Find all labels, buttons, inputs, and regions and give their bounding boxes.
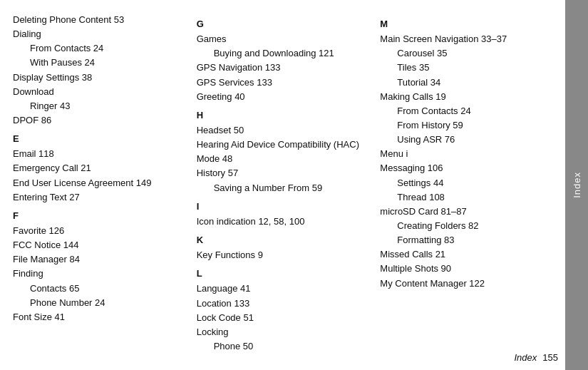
- sub-entry-text: Formatting 83: [380, 233, 552, 247]
- entry-main-text: DPOF 86: [13, 113, 185, 128]
- main-content: Deleting Phone Content 53DialingFrom Con…: [0, 0, 565, 370]
- section-letter-e: E: [13, 132, 185, 146]
- index-entry: Language 41: [197, 282, 369, 296]
- entry-main-text: microSD Card 81–87: [380, 205, 552, 219]
- entry-main-text: Multiple Shots 90: [380, 262, 552, 276]
- index-entry: GamesBuying and Downloading 121: [197, 32, 369, 61]
- entry-main-text: Menu i: [380, 147, 552, 161]
- sidebar-label: Index: [572, 172, 582, 198]
- section-letter-l: L: [197, 267, 369, 281]
- sub-entry-text: Contacts 65: [13, 282, 185, 296]
- index-entry: Location 133: [197, 297, 369, 311]
- index-entry: Display Settings 38: [13, 71, 185, 85]
- entry-main-text: Download: [13, 85, 185, 99]
- sub-entry-text: Using ASR 76: [380, 133, 552, 147]
- index-entry: Icon indication 12, 58, 100: [197, 215, 369, 229]
- entry-main-text: Email 118: [13, 147, 185, 161]
- entry-main-text: Headset 50: [197, 123, 369, 138]
- entry-main-text: My Content Manager 122: [380, 277, 552, 291]
- entry-main-text: Greeting 40: [197, 90, 369, 104]
- entry-main-text: Favorite 126: [13, 224, 185, 238]
- section-letter-m: M: [380, 17, 552, 31]
- entry-main-text: Entering Text 27: [13, 190, 185, 205]
- entry-main-text: Deleting Phone Content 53: [13, 13, 185, 27]
- entry-main-text: Lock Code 51: [197, 311, 369, 325]
- index-entry: Messaging 106Settings 44Thread 108: [380, 161, 552, 204]
- entry-main-text: History 57: [197, 166, 369, 180]
- entry-main-text: Display Settings 38: [13, 71, 185, 85]
- sub-entry-text: From Contacts 24: [380, 104, 552, 118]
- index-entry: FindingContacts 65Phone Number 24: [13, 267, 185, 309]
- footer: Index 155: [514, 352, 558, 363]
- index-entry: File Manager 84: [13, 252, 185, 267]
- entry-main-text: End User License Agreement 149: [13, 176, 185, 190]
- entry-main-text: GPS Navigation 133: [197, 61, 369, 75]
- entry-main-text: Hearing Aid Device Compatibility (HAC) M…: [197, 138, 369, 166]
- entry-main-text: Emergency Call 21: [13, 161, 185, 175]
- entry-main-text: File Manager 84: [13, 252, 185, 267]
- index-entry: Deleting Phone Content 53: [13, 13, 185, 27]
- sub-entry-text: Tutorial 34: [380, 76, 552, 90]
- entry-main-text: Location 133: [197, 297, 369, 311]
- section-letter-g: G: [197, 17, 369, 31]
- column-col2: GGamesBuying and Downloading 121GPS Navi…: [191, 13, 375, 357]
- section-letter-i: I: [197, 200, 369, 214]
- entry-main-text: Finding: [13, 267, 185, 281]
- sub-entry-text: Settings 44: [380, 176, 552, 190]
- index-entry: Favorite 126: [13, 224, 185, 238]
- entry-main-text: Games: [197, 32, 369, 46]
- sub-entry-text: Ringer 43: [13, 99, 185, 113]
- index-entry: Menu i: [380, 147, 552, 161]
- section-letter-h: H: [197, 108, 369, 123]
- index-entry: Greeting 40: [197, 90, 369, 104]
- entry-main-text: Font Size 41: [13, 310, 185, 324]
- sub-entry-text: From Contacts 24: [13, 41, 185, 56]
- entry-main-text: Messaging 106: [380, 161, 552, 175]
- entry-main-text: GPS Services 133: [197, 76, 369, 90]
- index-entry: Hearing Aid Device Compatibility (HAC) M…: [197, 138, 369, 166]
- column-col3: MMain Screen Navigation 33–37Carousel 35…: [374, 13, 558, 357]
- index-entry: Missed Calls 21: [380, 247, 552, 262]
- entry-main-text: Making Calls 19: [380, 90, 552, 104]
- index-entry: Making Calls 19From Contacts 24From Hist…: [380, 90, 552, 148]
- sub-entry-text: Creating Folders 82: [380, 219, 552, 233]
- sub-entry-text: Saving a Number From 59: [197, 181, 369, 195]
- entry-main-text: Language 41: [197, 282, 369, 296]
- index-entry: Multiple Shots 90: [380, 262, 552, 276]
- entry-main-text: Icon indication 12, 58, 100: [197, 215, 369, 229]
- index-entry: DPOF 86: [13, 113, 185, 128]
- index-entry: Headset 50: [197, 123, 369, 138]
- index-entry: microSD Card 81–87Creating Folders 82For…: [380, 205, 552, 247]
- page-container: Deleting Phone Content 53DialingFrom Con…: [0, 0, 588, 370]
- sub-entry-text: From History 59: [380, 118, 552, 133]
- index-entry: GPS Navigation 133: [197, 61, 369, 75]
- section-letter-f: F: [13, 209, 185, 223]
- index-entry: End User License Agreement 149: [13, 176, 185, 190]
- index-entry: Main Screen Navigation 33–37Carousel 35T…: [380, 32, 552, 90]
- entry-main-text: FCC Notice 144: [13, 238, 185, 252]
- index-entry: DownloadRinger 43: [13, 85, 185, 113]
- sub-entry-text: Buying and Downloading 121: [197, 46, 369, 61]
- footer-page: 155: [542, 352, 558, 363]
- sub-entry-text: Phone Number 24: [13, 296, 185, 310]
- entry-main-text: Main Screen Navigation 33–37: [380, 32, 552, 46]
- index-entry: LockingPhone 50: [197, 325, 369, 354]
- index-entry: Emergency Call 21: [13, 161, 185, 175]
- index-entry: History 57Saving a Number From 59: [197, 166, 369, 195]
- index-entry: Entering Text 27: [13, 190, 185, 205]
- sub-entry-text: Phone 50: [197, 339, 369, 354]
- entry-main-text: Key Functions 9: [197, 248, 369, 262]
- index-entry: Lock Code 51: [197, 311, 369, 325]
- index-entry: Email 118: [13, 147, 185, 161]
- index-entry: Key Functions 9: [197, 248, 369, 262]
- sub-entry-text: Tiles 35: [380, 61, 552, 75]
- index-entry: DialingFrom Contacts 24With Pauses 24: [13, 27, 185, 70]
- index-entry: GPS Services 133: [197, 76, 369, 90]
- sub-entry-text: Thread 108: [380, 190, 552, 205]
- entry-main-text: Locking: [197, 325, 369, 339]
- index-entry: My Content Manager 122: [380, 277, 552, 291]
- footer-text: Index: [514, 352, 537, 363]
- entry-main-text: Dialing: [13, 27, 185, 41]
- index-entry: FCC Notice 144: [13, 238, 185, 252]
- sidebar: Index: [565, 0, 588, 370]
